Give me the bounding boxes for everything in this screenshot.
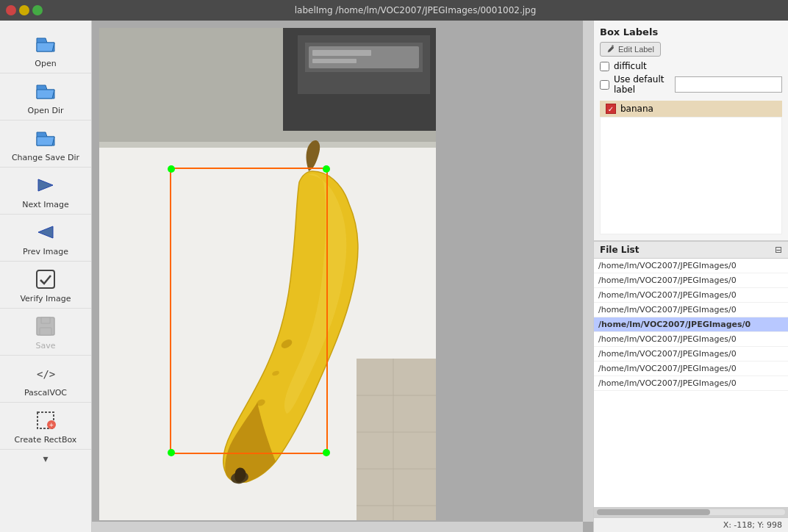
- sidebar-item-next-image[interactable]: Next Image: [0, 168, 91, 215]
- window-title: labelImg /home/lm/VOC2007/JPEGImages/000…: [49, 5, 782, 15]
- sidebar-item-save[interactable]: Save: [0, 309, 91, 356]
- create-rect-box-label: Create RectBox: [15, 435, 77, 445]
- difficult-row: difficult: [600, 61, 782, 71]
- use-default-label-checkbox[interactable]: [600, 80, 609, 90]
- pascal-voc-label: PascalVOC: [24, 388, 67, 398]
- save-label: Save: [35, 341, 55, 351]
- change-save-dir-label: Change Save Dir: [12, 153, 79, 162]
- file-scroll-thumb: [597, 509, 710, 515]
- prev-image-label: Prev Image: [23, 247, 68, 256]
- sidebar-item-open[interactable]: Open: [0, 26, 91, 73]
- canvas-image: [99, 28, 436, 520]
- open-icon: [32, 31, 59, 57]
- statusbar: X: -118; Y: 998: [594, 517, 788, 532]
- svg-marker-1: [38, 226, 53, 238]
- canvas-area[interactable]: [92, 21, 593, 532]
- file-list-item-4[interactable]: /home/lm/VOC2007/JPEGImages/0: [594, 317, 788, 332]
- sidebar-item-prev-image[interactable]: Prev Image: [0, 215, 91, 262]
- file-list-header: File List ⊟: [594, 241, 788, 259]
- prev-image-icon: [32, 219, 59, 245]
- file-scroll-track: [597, 509, 785, 515]
- sidebar-item-verify-image[interactable]: Verify Image: [0, 262, 91, 309]
- svg-text:+: +: [49, 421, 54, 429]
- open-label: Open: [35, 59, 56, 68]
- box-labels-section: Box Labels Edit Label difficult Use defa…: [594, 21, 788, 241]
- file-list-item-6[interactable]: /home/lm/VOC2007/JPEGImages/0: [594, 347, 788, 362]
- file-list-item-1[interactable]: /home/lm/VOC2007/JPEGImages/0: [594, 273, 788, 288]
- svg-rect-20: [357, 359, 436, 520]
- svg-rect-17: [312, 59, 357, 63]
- coordinate-status: X: -118; Y: 998: [723, 520, 782, 530]
- use-default-label-text: Use default label: [614, 74, 670, 95]
- svg-rect-19: [99, 142, 436, 148]
- pascal-voc-icon: </>: [32, 360, 59, 387]
- svg-rect-16: [312, 50, 371, 56]
- file-list-items[interactable]: /home/lm/VOC2007/JPEGImages/0 /home/lm/V…: [594, 259, 788, 507]
- difficult-label: difficult: [614, 61, 647, 71]
- next-image-icon: [32, 172, 59, 198]
- right-panel: Box Labels Edit Label difficult Use defa…: [593, 21, 788, 532]
- default-label-row: Use default label: [600, 74, 782, 95]
- minimize-button[interactable]: [19, 5, 29, 15]
- file-list-item-3[interactable]: /home/lm/VOC2007/JPEGImages/0: [594, 303, 788, 317]
- open-dir-icon: [32, 78, 59, 104]
- edit-label-button[interactable]: Edit Label: [600, 42, 661, 57]
- window-controls[interactable]: [6, 5, 43, 15]
- save-icon: [32, 313, 59, 339]
- label-color-checkbox[interactable]: [606, 104, 616, 114]
- next-image-label: Next Image: [22, 200, 69, 209]
- file-list-item-5[interactable]: /home/lm/VOC2007/JPEGImages/0: [594, 332, 788, 347]
- sidebar-item-change-save-dir[interactable]: Change Save Dir: [0, 121, 91, 168]
- maximize-button[interactable]: [32, 5, 43, 15]
- main-layout: Open Open Dir Change Save Dir: [0, 21, 788, 532]
- difficult-checkbox[interactable]: [600, 62, 609, 71]
- verify-image-label: Verify Image: [20, 294, 71, 303]
- label-empty-area: [600, 117, 782, 234]
- pencil-icon: [606, 45, 615, 54]
- open-dir-label: Open Dir: [28, 106, 64, 115]
- canvas-horizontal-scrollbar[interactable]: [92, 522, 583, 532]
- sidebar-expand-button[interactable]: ▾: [0, 450, 91, 467]
- svg-rect-2: [37, 270, 54, 288]
- svg-marker-0: [38, 179, 53, 191]
- sidebar-item-pascal-voc[interactable]: </> PascalVOC: [0, 356, 91, 403]
- file-list-item-0[interactable]: /home/lm/VOC2007/JPEGImages/0: [594, 259, 788, 273]
- close-button[interactable]: [6, 5, 16, 15]
- label-item-banana[interactable]: banana: [600, 101, 782, 117]
- svg-rect-15: [309, 46, 419, 68]
- label-item-text: banana: [620, 104, 653, 114]
- verify-image-icon: [32, 266, 59, 292]
- label-list: banana: [600, 101, 782, 117]
- titlebar: labelImg /home/lm/VOC2007/JPEGImages/000…: [0, 0, 788, 21]
- file-list-item-7[interactable]: /home/lm/VOC2007/JPEGImages/0: [594, 362, 788, 376]
- file-list-section: File List ⊟ /home/lm/VOC2007/JPEGImages/…: [594, 241, 788, 517]
- sidebar-item-create-rect-box[interactable]: + Create RectBox: [0, 403, 91, 450]
- box-labels-title: Box Labels: [600, 26, 782, 37]
- default-label-input[interactable]: [675, 76, 782, 93]
- sidebar-item-open-dir[interactable]: Open Dir: [0, 73, 91, 121]
- svg-text:</>: </>: [37, 368, 55, 380]
- file-list-horizontal-scrollbar[interactable]: [594, 507, 788, 517]
- right-panel-body: Box Labels Edit Label difficult Use defa…: [594, 21, 788, 517]
- svg-rect-4: [41, 317, 50, 323]
- file-list-item-8[interactable]: /home/lm/VOC2007/JPEGImages/0: [594, 376, 788, 391]
- file-list-title: File List: [600, 245, 639, 255]
- create-rect-box-icon: +: [32, 407, 59, 434]
- file-list-expand-icon[interactable]: ⊟: [775, 245, 782, 255]
- sidebar: Open Open Dir Change Save Dir: [0, 21, 92, 532]
- canvas-vertical-scrollbar[interactable]: [583, 21, 593, 522]
- svg-rect-5: [40, 328, 51, 335]
- change-save-dir-icon: [32, 125, 59, 151]
- file-list-item-2[interactable]: /home/lm/VOC2007/JPEGImages/0: [594, 288, 788, 303]
- image-container: [99, 28, 436, 520]
